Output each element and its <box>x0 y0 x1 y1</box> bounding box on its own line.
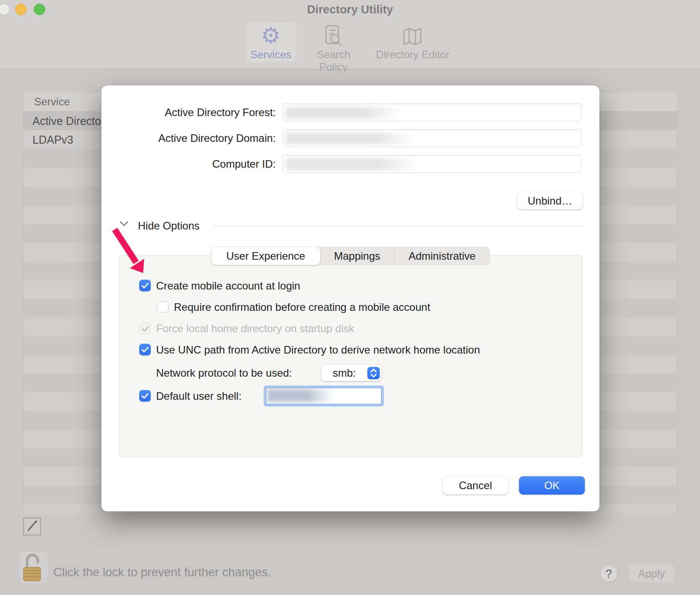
lock-hint-text: Click the lock to prevent further change… <box>53 566 271 579</box>
unbind-button[interactable]: Unbind… <box>517 192 583 209</box>
lock-button[interactable] <box>20 551 48 583</box>
text-field <box>266 388 382 404</box>
toolbar-label: Directory Editor <box>376 48 450 61</box>
options-tab-bar: User Experience Mappings Administrative <box>211 247 490 265</box>
checkbox-label: Create mobile account at login <box>156 280 300 292</box>
stepper-icon <box>367 367 380 379</box>
computer-id-label: Computer ID: <box>101 155 276 173</box>
ok-button[interactable]: OK <box>519 476 585 494</box>
check-icon <box>140 323 151 334</box>
checkbox-create-mobile-account[interactable] <box>139 280 151 291</box>
document-search-icon <box>302 24 366 47</box>
redacted-value <box>286 133 414 145</box>
computer-id-field[interactable] <box>282 155 581 173</box>
directory-utility-window: Service Active Directory LDAPv3 Director… <box>0 0 700 595</box>
toolbar-label: Search Policy <box>302 48 366 73</box>
checkbox-label: Require confirmation before creating a m… <box>174 301 430 313</box>
edit-service-button[interactable] <box>23 518 41 535</box>
ad-forest-field[interactable] <box>282 104 581 121</box>
checkbox-label: Use UNC path from Active Directory to de… <box>156 344 480 356</box>
titlebar: Directory Utility ⚙ Services Search Poli… <box>0 0 700 69</box>
tab-administrative[interactable]: Administrative <box>394 247 490 265</box>
cancel-button[interactable]: Cancel <box>443 476 508 494</box>
tab-mappings[interactable]: Mappings <box>320 247 394 265</box>
active-directory-sheet: Active Directory Forest: Active Director… <box>101 85 599 511</box>
apply-button[interactable]: Apply <box>628 564 675 583</box>
toolbar-item-search-policy[interactable]: Search Policy <box>302 24 366 62</box>
ad-domain-field[interactable] <box>282 129 581 147</box>
hide-options-toggle[interactable]: Hide Options <box>138 220 200 232</box>
checkbox-label: Force local home directory on startup di… <box>156 322 354 334</box>
window-title: Directory Utility <box>0 3 700 16</box>
checkbox-label: Default user shell: <box>156 390 241 402</box>
chevron-down-icon[interactable] <box>119 220 129 227</box>
redacted-value <box>286 107 400 119</box>
unlocked-padlock-icon <box>21 552 47 583</box>
gear-icon: ⚙ <box>246 24 296 47</box>
network-protocol-label: Network protocol to be used: <box>156 367 292 379</box>
default-user-shell-field[interactable] <box>264 386 383 406</box>
pencil-icon <box>24 519 40 535</box>
check-icon <box>139 280 151 291</box>
toolbar-item-services[interactable]: ⚙ Services <box>246 24 296 62</box>
checkbox-force-local-home <box>139 322 151 334</box>
check-icon <box>139 390 151 402</box>
tab-user-experience[interactable]: User Experience <box>211 247 320 265</box>
ad-domain-label: Active Directory Domain: <box>101 129 276 147</box>
popup-value: smb: <box>321 367 367 379</box>
divider <box>213 226 581 226</box>
toolbar-label: Services <box>246 48 296 61</box>
checkbox-default-user-shell[interactable] <box>139 390 151 402</box>
map-icon <box>376 24 450 47</box>
checkbox-use-unc-path[interactable] <box>139 344 151 355</box>
redacted-value <box>267 389 334 402</box>
redacted-value <box>286 158 419 170</box>
network-protocol-popup[interactable]: smb: <box>321 365 382 381</box>
toolbar-item-directory-editor[interactable]: Directory Editor <box>376 24 450 62</box>
check-icon <box>139 344 151 355</box>
help-button[interactable]: ? <box>600 565 617 582</box>
checkbox-require-confirmation[interactable] <box>157 301 169 313</box>
ad-forest-label: Active Directory Forest: <box>101 104 276 121</box>
